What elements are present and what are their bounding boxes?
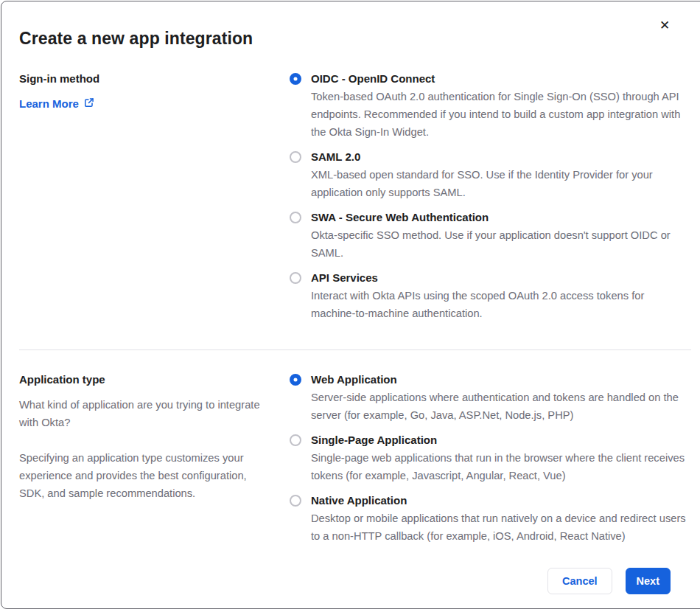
option-native-application[interactable]: Native Application Desktop or mobile app… xyxy=(290,492,691,545)
application-type-helper-2: Specifying an application type customize… xyxy=(19,449,263,502)
option-label: API Services xyxy=(311,269,691,287)
next-button[interactable]: Next xyxy=(626,568,671,594)
signin-method-section: Sign-in method Learn More OIDC - OpenID … xyxy=(19,70,691,322)
application-type-label: Application type xyxy=(19,371,263,389)
external-link-icon xyxy=(84,95,94,113)
radio-unselected-icon[interactable] xyxy=(290,434,301,446)
radio-selected-icon[interactable] xyxy=(290,73,301,85)
signin-method-label: Sign-in method xyxy=(19,70,263,88)
option-swa[interactable]: SWA - Secure Web Authentication Okta-spe… xyxy=(290,209,691,262)
cancel-button[interactable]: Cancel xyxy=(547,568,612,594)
signin-method-options: OIDC - OpenID Connect Token-based OAuth … xyxy=(290,70,691,322)
option-api-services[interactable]: API Services Interact with Okta APIs usi… xyxy=(290,269,691,322)
section-divider xyxy=(19,350,691,350)
radio-unselected-icon[interactable] xyxy=(290,212,301,223)
option-description: Desktop or mobile applications that run … xyxy=(311,510,691,545)
option-single-page-application[interactable]: Single-Page Application Single-page web … xyxy=(290,431,691,484)
dialog-title: Create a new app integration xyxy=(19,29,691,49)
radio-unselected-icon[interactable] xyxy=(290,151,301,163)
option-description: Interact with Okta APIs using the scoped… xyxy=(311,287,691,322)
option-description: Token-based OAuth 2.0 authentication for… xyxy=(311,88,691,141)
radio-unselected-icon[interactable] xyxy=(290,272,301,284)
option-label: SWA - Secure Web Authentication xyxy=(311,209,691,226)
option-web-application[interactable]: Web Application Server-side applications… xyxy=(290,371,691,424)
option-label: SAML 2.0 xyxy=(311,148,691,166)
application-type-section: Application type What kind of applicatio… xyxy=(19,371,691,545)
application-type-options: Web Application Server-side applications… xyxy=(290,371,691,545)
option-saml[interactable]: SAML 2.0 XML-based open standard for SSO… xyxy=(290,148,691,201)
option-description: XML-based open standard for SSO. Use if … xyxy=(311,166,691,201)
option-oidc[interactable]: OIDC - OpenID Connect Token-based OAuth … xyxy=(290,70,691,141)
option-label: Single-Page Application xyxy=(311,431,691,449)
option-description: Server-side applications where authentic… xyxy=(311,389,691,424)
option-description: Okta-specific SSO method. Use if your ap… xyxy=(311,226,691,262)
option-description: Single-page web applications that run in… xyxy=(311,449,691,484)
option-label: Native Application xyxy=(311,492,691,510)
learn-more-link[interactable]: Learn More xyxy=(19,95,94,113)
learn-more-label: Learn More xyxy=(19,95,79,113)
create-app-integration-dialog: ✕ Create a new app integration Sign-in m… xyxy=(1,1,700,609)
dialog-footer: Cancel Next xyxy=(547,568,671,594)
option-label: OIDC - OpenID Connect xyxy=(311,70,691,88)
radio-selected-icon[interactable] xyxy=(290,374,301,386)
close-icon[interactable]: ✕ xyxy=(656,16,673,34)
radio-unselected-icon[interactable] xyxy=(290,495,301,507)
option-label: Web Application xyxy=(311,371,691,389)
application-type-helper-1: What kind of application are you trying … xyxy=(19,396,263,431)
